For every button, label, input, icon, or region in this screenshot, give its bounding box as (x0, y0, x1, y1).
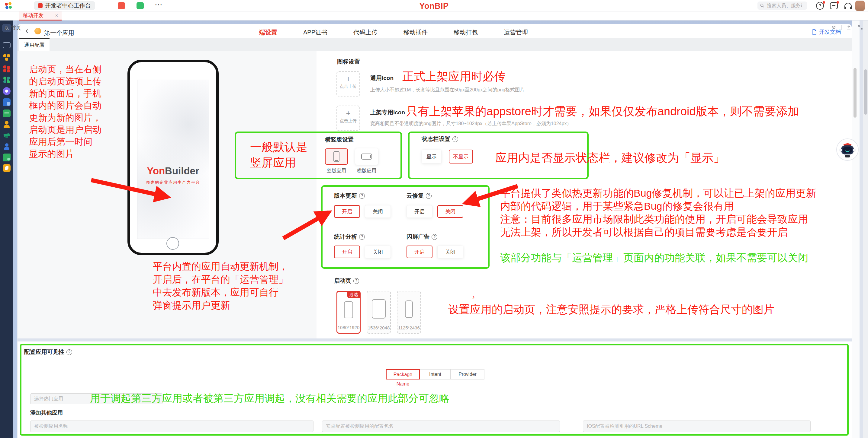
launch-size-1080[interactable]: 必选 1080*1920 (336, 291, 361, 334)
help-icon[interactable] (66, 349, 72, 355)
statusbar-hide-button[interactable]: 不显示 (449, 149, 473, 164)
statusbar-title: 状态栏设置 (422, 135, 458, 143)
home-tab[interactable]: 首页 (4, 25, 21, 31)
sidebar-item-blue-app-icon[interactable] (3, 98, 10, 106)
app-logo-icon[interactable] (5, 2, 12, 9)
pinned-app-green-icon[interactable] (136, 2, 144, 9)
app-icon (34, 28, 41, 34)
tab-app-cert[interactable]: APP证书 (303, 28, 328, 36)
sidebar-item-purple-app-icon[interactable] (3, 87, 10, 95)
cloud-fix-title: 云修复 (406, 192, 432, 200)
seg-intent[interactable]: Intent (420, 369, 451, 379)
launch-size-1536[interactable]: 1536*2048 (367, 291, 391, 334)
robot-assistant[interactable] (836, 138, 859, 161)
sidebar-item-blue-user-icon[interactable] (3, 143, 10, 150)
support-headset-icon[interactable] (844, 3, 852, 7)
launch-size-1125[interactable]: 1125*2436 (397, 291, 421, 334)
icon-settings-title: 图标设置 (337, 58, 360, 66)
workspace-tab-label: 开发者中心工作台 (45, 2, 91, 10)
portrait-label: 竖版应用 (325, 168, 348, 174)
sidebar-item-red-grid-icon[interactable] (3, 65, 10, 73)
portrait-option[interactable] (325, 148, 348, 165)
seg-provider[interactable]: Provider (451, 369, 485, 379)
analytics-title: 统计分析 (334, 233, 365, 241)
version-update-off[interactable]: 关闭 (365, 205, 391, 218)
analytics-on[interactable]: 开启 (334, 245, 360, 258)
help-icon[interactable] (432, 234, 437, 240)
annotation-appstore: 只有上架苹果的appstore时才需要，如果仅仅发布android版本，则不需要… (406, 104, 799, 119)
cloud-fix-on[interactable]: 开启 (406, 205, 433, 218)
tab-client-settings[interactable]: 端设置 (259, 28, 277, 36)
tab-mobile-plugin[interactable]: 移动插件 (403, 28, 428, 36)
outer-scrollbar-thumb[interactable] (864, 69, 867, 114)
search-icon (760, 3, 765, 8)
logo-yon: Yon (147, 165, 165, 176)
tab-operations[interactable]: 运营管理 (504, 28, 528, 36)
global-search[interactable] (757, 1, 807, 10)
analytics-off[interactable]: 关闭 (365, 245, 391, 258)
tab-mobile-package[interactable]: 移动打包 (454, 28, 478, 36)
landscape-option[interactable] (355, 148, 378, 165)
splash-ad-off[interactable]: 关闭 (437, 245, 463, 258)
seg-package-name[interactable]: Package Name (386, 369, 420, 379)
plus-icon: + (337, 108, 360, 118)
splash-ad-on[interactable]: 开启 (406, 245, 433, 258)
tabbar-divider (841, 25, 842, 30)
tab-general-config-label: 通用配置 (24, 42, 45, 48)
sidebar-item-workspace-folder-icon[interactable] (3, 42, 10, 48)
close-tab-icon[interactable]: × (55, 13, 58, 19)
more-tabs-button[interactable]: ⋯ (155, 0, 162, 9)
portrait-phone-icon (334, 151, 339, 162)
sidebar-item-orange-star-icon[interactable] (3, 164, 10, 172)
inner-scrollbar-thumb[interactable] (854, 68, 857, 117)
annotation-icon-required: 正式上架应用时必传 (402, 69, 505, 84)
expand-icon[interactable] (858, 25, 863, 30)
sidebar-item-graduation-cap-icon[interactable] (3, 132, 10, 140)
home-icon (4, 26, 9, 30)
tab-code-upload[interactable]: 代码上传 (353, 28, 377, 36)
common-icon-hint: 上传大小不超过1M，长宽等比且范围在50px至200px之间的png格式图片 (370, 87, 525, 93)
help-icon[interactable] (359, 193, 365, 199)
page: 开发者中心工作台 ⋯ YonBIP 首页 移动开发 × (0, 0, 868, 438)
upload-store-icon[interactable]: + 点击上传 (336, 106, 360, 131)
ios-url-scheme-input[interactable] (583, 420, 811, 432)
splash-ad-title: 闪屏广告 (406, 233, 437, 241)
version-update-on[interactable]: 开启 (334, 205, 360, 218)
help-icon[interactable] (453, 136, 458, 142)
back-button[interactable]: ‹ (25, 25, 28, 36)
sidebar-item-green-puzzle-icon[interactable] (3, 154, 10, 161)
upload-common-icon[interactable]: + 点击上传 (336, 71, 360, 97)
collapse-tabs-icon[interactable] (831, 25, 836, 30)
panel-gap (18, 338, 852, 341)
android-package-input[interactable] (322, 420, 560, 432)
dev-doc-link[interactable]: 开发文档 (812, 28, 841, 36)
tab-general-config[interactable]: 通用配置 (19, 38, 50, 51)
orientation-title: 横竖版设置 (325, 136, 354, 143)
app-name: 第一个应用 (44, 29, 74, 37)
detected-app-name-input[interactable] (30, 420, 313, 432)
annotation-launchpage: 设置应用的启动页，注意安照提示的要求，严格上传符合尺寸的图片 (448, 302, 774, 317)
statusbar-show-button[interactable]: 显示 (422, 149, 441, 164)
workspace-tab[interactable]: 开发者中心工作台 (34, 1, 95, 10)
upload-tab-icon[interactable] (846, 25, 851, 30)
cloud-fix-off[interactable]: 关闭 (437, 205, 463, 218)
sidebar-item-green-wallet-icon[interactable] (3, 109, 10, 117)
pinned-app-red-icon[interactable] (118, 2, 125, 9)
sidebar-item-green-clover-icon[interactable] (3, 76, 10, 84)
help-icon[interactable] (359, 234, 365, 240)
sidebar-item-yellow-user-icon[interactable] (3, 121, 10, 129)
help-icon[interactable] (426, 193, 432, 199)
dev-doc-label: 开发文档 (819, 28, 841, 36)
help-icon[interactable] (353, 278, 359, 284)
tab-mobile-dev[interactable]: 移动开发 × (19, 11, 62, 21)
workspace-tab-favicon (38, 3, 42, 8)
phone-size-icon (344, 301, 353, 318)
annotation-stray-mark: › (472, 293, 474, 301)
sidebar-item-yellow-cluster-icon[interactable] (3, 54, 10, 62)
annotation-orientation-1: 一般默认是 (250, 139, 307, 155)
annotation-statusbar: 应用内是否显示状态栏，建议修改为「显示」 (495, 150, 725, 166)
annotation-ops-link: 该部分功能与「运营管理」页面内的功能关联，如果不需要可以关闭 (500, 251, 808, 265)
global-search-input[interactable] (766, 3, 803, 9)
user-avatar[interactable] (855, 1, 865, 11)
store-icon-hint: 宽高相同且不带透明度的png图片，尺寸180~1024px（若上传苹果AppSt… (370, 121, 571, 127)
